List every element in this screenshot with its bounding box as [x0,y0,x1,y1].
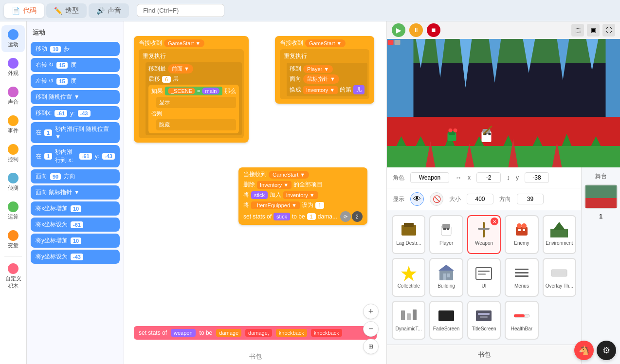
stage-num: 1 [599,213,602,220]
sidebar-item-sound[interactable]: 声音 [1,83,25,109]
sprite-name-input[interactable] [410,172,449,183]
stage-thumb[interactable] [584,184,618,209]
sound-icon: 🔊 [96,7,105,15]
tab-costume[interactable]: ✏️ 造型 [46,3,87,18]
sidebar-item-detect[interactable]: 侦测 [1,169,25,196]
dynaim-thumb [397,306,420,325]
overlay-thumb [547,263,571,282]
block-right-turn[interactable]: 右转 ↻ 15 度 [31,58,120,72]
block-move-to-random[interactable]: 移到 随机位置 ▼ [31,90,120,104]
game-split-btn[interactable]: ▣ [587,24,600,36]
block-stack-3: 当接收到 GameStart ▼ 删除 Inventory ▼ 的全部项目 将 … [238,167,367,225]
left-sidebar: 运动 外观 声音 事件 控制 侦测 运算 变量 [0,21,27,364]
tab-code[interactable]: 📄 代码 [4,3,44,18]
lag-name: Lag Destr... [396,240,421,246]
svg-rect-70 [514,314,525,317]
game-pause-btn[interactable]: ⏸ [409,23,423,37]
block-add-y[interactable]: 将y坐标增加 10 [31,234,120,248]
game-top-bar: ▶ ⏸ ⏹ ⬚ ▣ ⛶ [387,21,620,39]
svg-rect-59 [515,272,529,273]
block-face-dir[interactable]: 面向 90 方向 [31,169,120,183]
svg-rect-36 [404,223,414,227]
block-move-to-xy[interactable]: 移到x: -61 y: -43 [31,106,120,120]
sprite-card-enemy[interactable]: Enemy [505,215,538,254]
block-move[interactable]: 移动 10 步 [31,42,120,56]
sidebar-item-calc[interactable]: 运算 [1,198,25,224]
block-set-x[interactable]: 将x坐标设为 -61 [31,218,120,232]
x-input[interactable] [476,172,501,183]
float-btn-2[interactable]: ⚙ [597,341,616,360]
find-input[interactable] [137,4,224,17]
sprite-card-building[interactable]: Building [429,258,463,297]
game-fullscreen-btn[interactable]: ⛶ [602,24,615,36]
zoom-in-btn[interactable]: + [363,304,379,319]
sidebar-item-looks-label: 外观 [8,70,18,77]
player-thumb [435,220,458,239]
detect-dot [8,173,18,183]
svg-rect-53 [443,273,446,280]
sidebar-item-control[interactable]: 控制 [1,140,25,167]
sprite-card-environment[interactable]: Environment [543,215,576,254]
svg-marker-52 [438,265,454,271]
sprite-card-ui[interactable]: UI [467,258,501,297]
hide-btn[interactable]: 🚫 [430,192,443,206]
lag-thumb [397,220,420,239]
svg-rect-27 [489,133,491,135]
sprite-card-healthbar[interactable]: HealthBar [505,301,538,340]
sprite-card-overlay[interactable]: Overlay Th... [543,258,576,297]
sprite-card-fadescreen[interactable]: FadeScreen [429,301,463,340]
svg-point-32 [454,128,457,132]
sidebar-item-custom[interactable]: 自定义积木 [1,259,25,293]
collectible-thumb [397,263,420,282]
game-play-btn[interactable]: ▶ [392,23,405,37]
sprite-card-player[interactable]: Player [429,215,463,254]
sidebar-item-event[interactable]: 事件 [1,111,25,138]
block-glide-random[interactable]: 在 1 秒内滑行到 随机位置 ▼ [31,122,120,143]
block-left-turn[interactable]: 左转 ↺ 15 度 [31,74,120,88]
svg-rect-39 [443,228,446,230]
sprite-card-dynaim[interactable]: DynaimicT... [392,301,425,340]
sidebar-item-sound-label: 声音 [8,98,18,106]
tab-sound-label: 声音 [108,6,121,15]
block-glide-xy[interactable]: 在 1 秒内滑行到 x: -61 y: -43 [31,145,120,167]
zoom-reset-btn[interactable]: ⊞ [363,339,379,354]
sprite-card-menus[interactable]: Menus [505,258,538,297]
sidebar-item-looks[interactable]: 外观 [1,54,25,81]
zoom-out-btn[interactable]: − [363,321,379,337]
titlescreen-name: TitleScreen [472,326,496,331]
sidebar-item-var[interactable]: 变量 [1,226,25,253]
svg-rect-11 [387,146,620,167]
ui-thumb [472,263,495,282]
game-scene [387,39,620,167]
sprite-card-titlescreen[interactable]: TitleScreen [467,301,501,340]
tab-sound[interactable]: 🔊 声音 [89,3,129,18]
y-input[interactable] [525,172,549,183]
titlescreen-thumb [472,306,495,325]
show-btn[interactable]: 👁 [410,192,424,206]
block-add-x[interactable]: 将x坐标增加 10 [31,201,120,216]
svg-rect-9 [606,39,620,117]
x-label: x [468,174,471,181]
block-set-y[interactable]: 将y坐标设为 -43 [31,250,120,264]
block-face-mouse[interactable]: 面向 鼠标指针 ▼ [31,185,120,200]
svg-rect-57 [478,273,486,275]
sprite-card-lag[interactable]: Lag Destr... [392,215,425,254]
svg-rect-40 [447,228,449,230]
game-stop-btn[interactable]: ⏹ [427,23,440,37]
svg-rect-72 [585,198,617,208]
size-input[interactable] [467,194,493,204]
sprite-card-weapon[interactable]: ✕ Weapon [467,215,501,254]
dir-input[interactable] [517,194,544,204]
block-palette: 运动 移动 10 步 右转 ↻ 15 度 左转 ↺ 15 度 移到 随机位置 ▼… [27,21,124,364]
svg-rect-66 [476,310,492,321]
svg-rect-62 [401,310,405,320]
stage-label: 舞台 [595,172,607,181]
svg-rect-42 [478,228,490,230]
weapon-delete-btn[interactable]: ✕ [491,218,498,225]
float-btn-1[interactable]: 🐴 [574,341,594,360]
sprite-card-collectible[interactable]: Collectible [392,258,425,297]
calc-dot [8,201,18,212]
sidebar-item-motion[interactable]: 运动 [1,25,25,52]
code-icon: 📄 [12,7,20,15]
game-resize-btn[interactable]: ⬚ [571,24,584,36]
